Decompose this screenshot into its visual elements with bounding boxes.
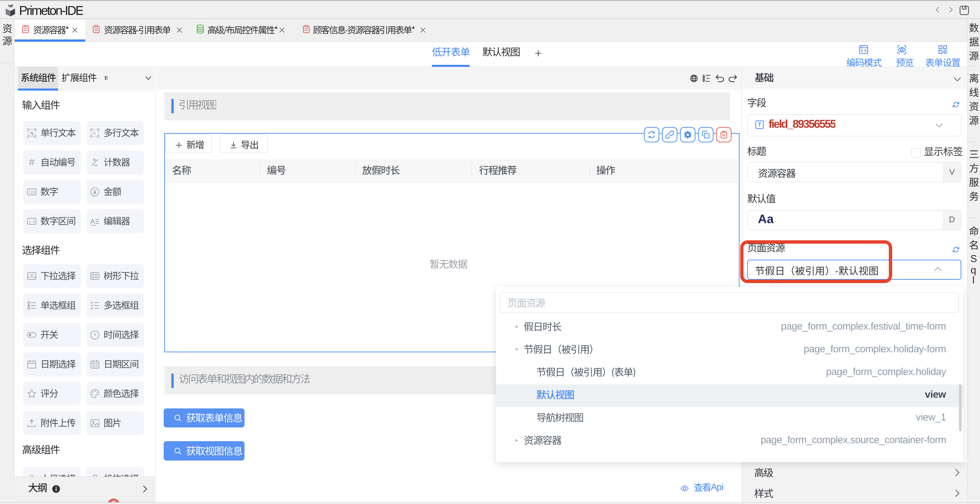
svg-text:#: # xyxy=(29,158,35,167)
svg-text:A: A xyxy=(30,130,34,137)
svg-text:123: 123 xyxy=(29,190,35,194)
svg-text:A: A xyxy=(92,130,96,136)
svg-text:A: A xyxy=(90,217,95,226)
svg-text:1~3: 1~3 xyxy=(29,220,35,223)
